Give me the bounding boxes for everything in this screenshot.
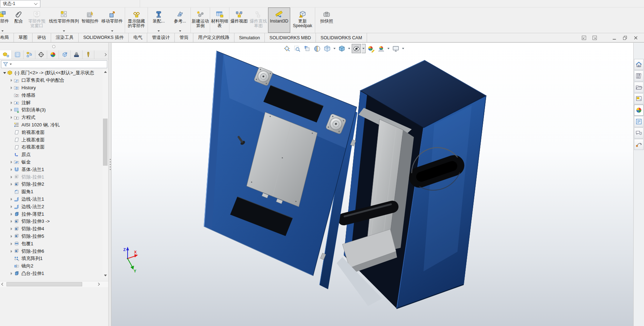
tree-item[interactable]: 前视基准面 [0,129,103,136]
propertymanager-tab[interactable] [12,50,24,59]
featuremanager-tab[interactable] [0,50,12,59]
expand-arrow-icon[interactable] [9,168,14,171]
ribbon-button-snapshot[interactable]: 拍快照 [315,7,338,33]
tree-item[interactable]: 切除-拉伸1 [0,173,103,181]
command-tab[interactable]: 布局 [0,33,14,42]
minimize-icon[interactable] [611,35,617,41]
ribbon-button-smart-fasteners[interactable]: 智能扣件 [81,7,99,33]
tree-item[interactable]: A注解 [0,99,103,106]
tree-item[interactable]: 镜向2 [0,262,103,270]
view-settings-dropdown-icon[interactable] [401,44,405,53]
tree-item[interactable]: Σ方程式 [0,114,103,121]
tree-item[interactable]: 右视基准面 [0,144,103,151]
ribbon-button-mate[interactable]: 配合 [11,7,26,33]
close-icon[interactable] [633,35,638,41]
expand-arrow-icon[interactable] [9,220,14,223]
expand-arrow-icon[interactable] [9,101,14,104]
expand-arrow-icon[interactable] [9,183,14,186]
expand-arrow-icon[interactable] [9,79,14,82]
ribbon-button-assembly-features[interactable]: 装配... [148,7,169,33]
tree-item[interactable]: 边线-法兰1 [0,196,103,203]
command-tab[interactable]: 草图 [14,33,33,42]
display-style-icon[interactable] [337,44,346,53]
tree-item[interactable]: 填充阵列1 [0,255,103,262]
configuration-selector[interactable]: 状态-1 [0,0,40,7]
expand-arrow-icon[interactable] [9,109,14,111]
pane-next-icon[interactable] [592,35,597,41]
graphics-viewport[interactable]: Z X Y [112,43,633,326]
displaymanager-tab[interactable] [47,50,59,59]
expand-arrow-icon[interactable] [9,176,14,179]
model-cabinet[interactable] [337,60,486,309]
pane-previous-icon[interactable] [581,35,586,41]
section-view-icon[interactable] [312,44,322,53]
apply-scene-icon[interactable] [376,44,386,53]
hide-show-items-dropdown-icon[interactable] [362,44,366,53]
file-explorer-icon[interactable] [634,82,644,93]
ribbon-button-show-hidden[interactable]: 显示隐藏的零部件 [125,7,148,33]
command-tab[interactable]: 渲染工具 [51,33,79,42]
zoom-to-fit-icon[interactable] [282,44,292,53]
edit-appearance-icon[interactable] [366,44,376,53]
tree-item[interactable]: 包覆1 [0,240,103,247]
restore-icon[interactable] [622,35,628,41]
custom-properties-icon[interactable] [634,116,644,127]
panel-collapse-handle-icon[interactable] [52,45,55,48]
dropdown-arrow-icon[interactable] [158,30,160,32]
expand-arrow-icon[interactable] [9,213,14,216]
expand-arrow-icon[interactable] [9,227,14,230]
display-style-dropdown-icon[interactable] [347,44,351,53]
ribbon-button-exploded-view[interactable]: 爆炸视图 [229,7,249,33]
tree-item[interactable]: 切除-拉伸2 [0,181,103,188]
appearances-icon[interactable] [634,105,644,116]
ribbon-button-instant3d[interactable]: Instant3D [268,7,290,33]
expand-arrow-icon[interactable] [9,198,14,201]
expand-arrow-icon[interactable] [9,205,14,208]
expand-arrow-icon[interactable] [9,235,14,238]
cam-feature-tree-tab[interactable] [59,50,71,59]
dimxpertmanager-tab[interactable] [35,50,47,59]
expand-arrow-icon[interactable] [9,250,14,253]
panel-splitter[interactable] [108,43,112,326]
tree-horizontal-scrollbar[interactable] [0,281,108,287]
expand-arrow-icon[interactable] [9,272,14,275]
dropdown-arrow-icon[interactable] [179,30,181,32]
scroll-right-icon[interactable] [97,283,100,286]
tree-vertical-scrollbar[interactable] [103,69,108,278]
tree-root-item[interactable]: (-) 底门<2> -> (默认<<默认>_显示状态 [0,69,103,77]
expand-arrow-icon[interactable] [9,86,14,89]
tree-item[interactable]: 传感器 [0,91,103,99]
view-orientation-dropdown-icon[interactable] [332,44,336,53]
tree-item[interactable]: 口罩售卖机 中的配合 [0,77,103,84]
command-tab[interactable]: 管筒 [175,33,193,42]
dropdown-arrow-icon[interactable] [1,30,4,32]
expand-arrow-icon[interactable] [9,242,14,245]
collapse-arrow-icon[interactable] [2,72,7,74]
view-palette-icon[interactable] [634,93,644,104]
cam-operation-tree-tab[interactable] [71,50,83,59]
command-tab[interactable]: Simulation [234,33,265,42]
command-tab[interactable]: SOLIDWORKS CAM [316,33,367,42]
tree-item[interactable]: 拉伸-薄壁1 [0,210,103,218]
tree-item[interactable]: 基体-法兰1 [0,166,103,173]
tree-item[interactable]: History [0,84,103,92]
tree-item[interactable]: 上视基准面 [0,136,103,144]
command-tab[interactable]: 评估 [33,33,51,42]
zoom-to-area-icon[interactable] [292,44,302,53]
ribbon-button-move-component[interactable]: 移动零部件 [99,7,125,33]
scrollbar-thumb[interactable] [6,282,82,286]
home-icon[interactable] [634,59,644,70]
tree-item[interactable]: 圆角1 [0,188,103,196]
tree-item[interactable]: 钣金 [0,159,103,166]
hide-show-items-icon[interactable] [352,44,361,53]
tree-item[interactable]: 切除-拉伸3 -> [0,218,103,225]
more-tabs-chevron-icon[interactable] [102,50,108,59]
ribbon-button-update-speedpak[interactable]: 更新 Speedpak [290,7,315,33]
previous-view-icon[interactable] [302,44,312,53]
expand-arrow-icon[interactable] [9,116,14,119]
tree-item[interactable]: 切割清单(3) [0,106,103,114]
model-3d-view[interactable]: Z X Y [112,43,633,326]
expand-arrow-icon[interactable] [9,161,14,164]
command-tab[interactable]: 电气 [129,33,147,42]
design-library-icon[interactable] [634,70,644,81]
